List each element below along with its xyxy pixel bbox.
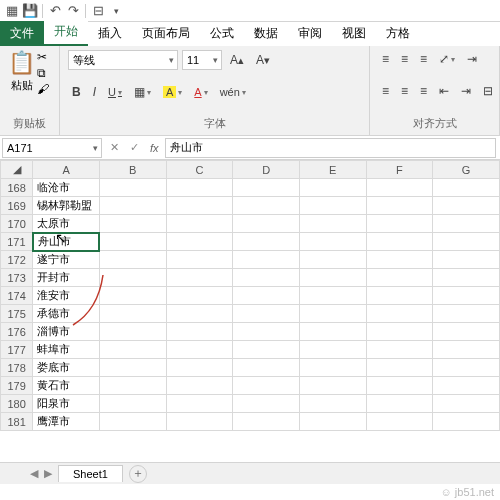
cell[interactable]	[166, 215, 233, 233]
cell[interactable]	[366, 269, 433, 287]
cell[interactable]	[233, 323, 300, 341]
cell[interactable]	[166, 251, 233, 269]
cell[interactable]	[299, 377, 366, 395]
cell[interactable]	[366, 377, 433, 395]
cell[interactable]	[233, 215, 300, 233]
row-header[interactable]: 171	[1, 233, 33, 251]
select-all-corner[interactable]: ◢	[1, 161, 33, 179]
cell[interactable]	[99, 413, 166, 431]
cell[interactable]	[233, 179, 300, 197]
cell[interactable]	[433, 359, 500, 377]
cell[interactable]	[299, 233, 366, 251]
increase-font-icon[interactable]: A▴	[226, 51, 248, 69]
touch-icon[interactable]: ⊟	[90, 3, 106, 19]
cell[interactable]	[99, 377, 166, 395]
cell[interactable]	[366, 251, 433, 269]
cell[interactable]	[99, 287, 166, 305]
tab-page-layout[interactable]: 页面布局	[132, 21, 200, 46]
cell[interactable]: 锡林郭勒盟	[33, 197, 100, 215]
cell[interactable]	[299, 251, 366, 269]
cell[interactable]	[299, 269, 366, 287]
phonetic-button[interactable]: wén▾	[216, 84, 250, 100]
decrease-indent-icon[interactable]: ⇤	[435, 82, 453, 100]
sheet-nav-next-icon[interactable]: ▶	[44, 467, 52, 480]
col-header[interactable]: C	[166, 161, 233, 179]
row-header[interactable]: 179	[1, 377, 33, 395]
cell[interactable]	[166, 197, 233, 215]
row-header[interactable]: 178	[1, 359, 33, 377]
cell[interactable]	[433, 215, 500, 233]
bold-button[interactable]: B	[68, 83, 85, 101]
orientation-icon[interactable]: ⤢▾	[435, 50, 459, 68]
cell[interactable]	[166, 233, 233, 251]
tab-insert[interactable]: 插入	[88, 21, 132, 46]
cell[interactable]	[233, 395, 300, 413]
row-header[interactable]: 181	[1, 413, 33, 431]
cell[interactable]	[366, 305, 433, 323]
cell[interactable]	[433, 323, 500, 341]
cell[interactable]	[99, 269, 166, 287]
align-top-icon[interactable]: ≡	[378, 50, 393, 68]
col-header[interactable]: D	[233, 161, 300, 179]
cell[interactable]	[299, 341, 366, 359]
cell[interactable]	[166, 359, 233, 377]
cell[interactable]: 黄石市	[33, 377, 100, 395]
cell[interactable]	[299, 179, 366, 197]
row-header[interactable]: 174	[1, 287, 33, 305]
cell[interactable]	[166, 377, 233, 395]
qat-dropdown-icon[interactable]: ▾	[108, 3, 124, 19]
cell[interactable]	[433, 395, 500, 413]
row-header[interactable]: 180	[1, 395, 33, 413]
tab-file[interactable]: 文件	[0, 21, 44, 46]
align-bottom-icon[interactable]: ≡	[416, 50, 431, 68]
cell[interactable]	[233, 287, 300, 305]
enter-icon[interactable]: ✓	[124, 141, 144, 154]
underline-button[interactable]: U▾	[104, 84, 126, 100]
save-icon[interactable]: 💾	[22, 3, 38, 19]
cell[interactable]	[366, 233, 433, 251]
cell[interactable]	[233, 269, 300, 287]
fill-color-button[interactable]: A▾	[159, 84, 186, 100]
font-name-combo[interactable]: 等线	[68, 50, 178, 70]
increase-indent-icon[interactable]: ⇥	[457, 82, 475, 100]
cell[interactable]: 承德市	[33, 305, 100, 323]
cell[interactable]: 蚌埠市	[33, 341, 100, 359]
add-sheet-button[interactable]: ＋	[129, 465, 147, 483]
cell[interactable]	[299, 413, 366, 431]
cell[interactable]	[299, 197, 366, 215]
cell[interactable]	[433, 197, 500, 215]
sheet-tab[interactable]: Sheet1	[58, 465, 123, 482]
cell[interactable]	[366, 197, 433, 215]
cell[interactable]	[366, 215, 433, 233]
cell[interactable]	[366, 395, 433, 413]
cell[interactable]	[233, 251, 300, 269]
italic-button[interactable]: I	[89, 83, 100, 101]
row-header[interactable]: 175	[1, 305, 33, 323]
cancel-icon[interactable]: ✕	[104, 141, 124, 154]
cell[interactable]	[166, 179, 233, 197]
cell[interactable]	[99, 215, 166, 233]
row-header[interactable]: 176	[1, 323, 33, 341]
align-center-icon[interactable]: ≡	[397, 82, 412, 100]
tab-formulas[interactable]: 公式	[200, 21, 244, 46]
cell[interactable]	[433, 269, 500, 287]
cell[interactable]: 开封市	[33, 269, 100, 287]
row-header[interactable]: 173	[1, 269, 33, 287]
tab-view[interactable]: 视图	[332, 21, 376, 46]
border-button[interactable]: ▦▾	[130, 83, 155, 101]
cell[interactable]	[366, 413, 433, 431]
row-header[interactable]: 170	[1, 215, 33, 233]
cell[interactable]: 淮安市	[33, 287, 100, 305]
align-right-icon[interactable]: ≡	[416, 82, 431, 100]
cell[interactable]	[99, 251, 166, 269]
cell[interactable]	[366, 179, 433, 197]
formula-bar[interactable]: 舟山市	[165, 138, 496, 158]
cell[interactable]	[233, 305, 300, 323]
tab-review[interactable]: 审阅	[288, 21, 332, 46]
cell[interactable]	[166, 269, 233, 287]
row-header[interactable]: 168	[1, 179, 33, 197]
cell[interactable]	[299, 305, 366, 323]
cell[interactable]: 舟山市	[33, 233, 100, 251]
cell[interactable]	[99, 179, 166, 197]
cell[interactable]	[299, 395, 366, 413]
